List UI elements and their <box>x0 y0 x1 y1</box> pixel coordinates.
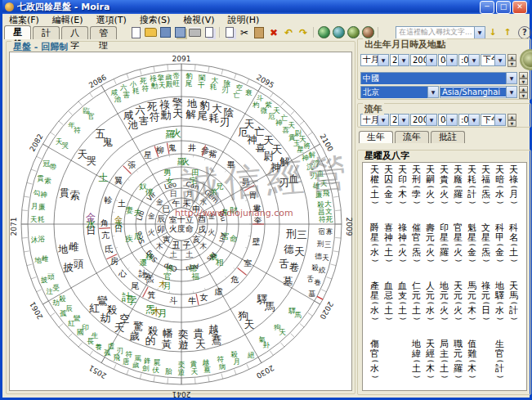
star-char: 甲 <box>495 233 504 243</box>
country-spinner[interactable]: ▲▼ <box>519 72 528 84</box>
star-cell: 生官(計) <box>493 339 507 391</box>
paste-icon[interactable] <box>252 26 266 38</box>
star-char: 福 <box>481 175 490 185</box>
svg-text:命: 命 <box>230 234 238 243</box>
star-char: 爵 <box>370 223 379 233</box>
chevron-down-icon[interactable]: ▼ <box>506 73 516 83</box>
svg-text:土: 土 <box>170 250 177 258</box>
liunian-month-select[interactable]: 十月▼ <box>360 114 389 126</box>
globe4-icon[interactable] <box>360 26 375 38</box>
globe1-icon[interactable] <box>316 26 331 38</box>
birth-day-select[interactable]: 27▼ <box>390 54 409 66</box>
chevron-down-icon[interactable]: ▼ <box>474 27 485 38</box>
stars-groupbox: 星曜及八字 天權(土)天囚(金)天印(木)天刑(孛)天嗣(火)天貴(火)天廕(羅… <box>357 150 531 395</box>
search-cluster: 在這裡輸入尋找文字... ▼ ↓ ↑ ? <box>392 25 531 39</box>
open-icon[interactable] <box>143 26 158 38</box>
city-select[interactable]: 北京 ▼ <box>360 86 439 98</box>
subtab-生年[interactable]: 生年 <box>359 131 393 143</box>
menu-item[interactable]: 檢視(V) <box>177 14 221 26</box>
birth-minute-select[interactable]: :04▼ <box>458 54 480 66</box>
liunian-hour-select[interactable]: 04▼ <box>438 114 458 126</box>
svg-text:貫: 貫 <box>60 187 70 199</box>
save-as-icon[interactable] <box>172 26 187 38</box>
chevron-down-icon[interactable]: ▼ <box>378 55 388 65</box>
delete-icon[interactable]: ✖ <box>266 26 281 38</box>
star-char: 值 <box>467 339 476 349</box>
star-char: 科 <box>509 223 518 233</box>
pillar-char: 火 <box>527 191 528 200</box>
save-icon[interactable] <box>158 26 172 38</box>
subtab-流年[interactable]: 流年 <box>395 131 429 143</box>
copy-icon[interactable] <box>222 26 237 38</box>
menu-bar: 檔案(F)編輯(E)選項(T)搜索(S)檢視(V)說明(H) <box>2 14 530 26</box>
star-element: 水 <box>495 190 504 200</box>
svg-text:耗: 耗 <box>38 215 45 223</box>
print-icon[interactable] <box>187 26 202 38</box>
svg-text:遊: 遊 <box>178 368 186 376</box>
close-button[interactable]: ✕ <box>512 1 527 14</box>
liunian-spinner[interactable]: ▲▼ <box>507 114 516 126</box>
search-input[interactable]: 在這裡輸入尋找文字... ▼ <box>396 26 485 39</box>
menu-item[interactable]: 檔案(F) <box>2 14 46 26</box>
birth-hour-select[interactable]: 04▼ <box>438 54 458 66</box>
liunian-day-select[interactable]: 27▼ <box>390 114 409 126</box>
city-spinner[interactable]: ▲▼ <box>519 86 528 98</box>
chevron-down-icon[interactable]: ▼ <box>494 115 505 125</box>
chevron-down-icon[interactable]: ▼ <box>426 115 436 125</box>
chevron-down-icon[interactable]: ▼ <box>398 55 409 65</box>
chevron-down-icon[interactable]: ▼ <box>398 115 409 125</box>
star-cell: 爵星(水) <box>368 223 382 279</box>
chevron-down-icon[interactable]: ▼ <box>378 115 388 125</box>
cut-icon[interactable]: ✂ <box>237 26 252 38</box>
redo-icon[interactable]: ↷ <box>296 26 311 38</box>
birth-spinner[interactable]: ▲▼ <box>507 54 516 66</box>
paren: ( <box>483 186 489 189</box>
birth-month-select[interactable]: 十月▼ <box>360 54 389 66</box>
chevron-down-icon[interactable]: ▼ <box>426 55 436 65</box>
svg-text:卯: 卯 <box>157 225 165 234</box>
print-preview-icon[interactable] <box>202 26 217 38</box>
birth-globe-button[interactable] <box>520 49 532 70</box>
chevron-down-icon[interactable]: ▼ <box>494 55 505 65</box>
svg-text:斗: 斗 <box>169 296 177 305</box>
help-icon[interactable]: ? <box>518 26 531 39</box>
tab-星盤[interactable]: 星盤 <box>4 25 31 39</box>
chevron-down-icon[interactable]: ▼ <box>506 87 516 97</box>
toolbar-separator <box>219 27 220 38</box>
new-icon[interactable] <box>128 26 143 38</box>
tab-計算[interactable]: 計算 <box>33 26 60 39</box>
menu-item[interactable]: 說明(H) <box>221 14 266 26</box>
chevron-down-icon[interactable]: ▼ <box>427 87 438 97</box>
find-prev-icon[interactable]: ↑ <box>500 26 515 38</box>
birth-ampm-select[interactable]: 下午▼ <box>481 54 506 66</box>
menu-item[interactable]: 搜索(S) <box>133 14 177 26</box>
svg-text:天: 天 <box>172 107 183 119</box>
menu-item[interactable]: 選項(T) <box>89 14 132 26</box>
liunian-minute-select[interactable]: :04▼ <box>458 114 480 126</box>
country-select[interactable]: 中國 ▼ <box>360 72 517 84</box>
star-cell: 天祿(月) <box>507 165 521 221</box>
chevron-down-icon[interactable]: ▼ <box>468 55 479 65</box>
minimize-button[interactable]: ─ <box>480 1 494 14</box>
star-element: 羅 <box>440 248 449 258</box>
menu-item[interactable]: 編輯(E) <box>46 14 90 26</box>
globe3-icon[interactable] <box>346 26 360 38</box>
birth-year-select[interactable]: 2009▼ <box>410 54 437 66</box>
star-char: 耗 <box>467 175 476 185</box>
svg-text:德: 德 <box>284 243 294 255</box>
chevron-down-icon[interactable]: ▼ <box>446 115 457 125</box>
chevron-down-icon[interactable]: ▼ <box>468 115 479 125</box>
tab-八字[interactable]: 八字 <box>61 26 88 39</box>
maximize-button[interactable]: □ <box>496 1 511 14</box>
subtab-批註[interactable]: 批註 <box>431 131 465 143</box>
star-element: 羅 <box>454 190 463 200</box>
star-char: 血 <box>398 281 407 291</box>
undo-icon[interactable]: ↶ <box>281 26 296 38</box>
liunian-year-select[interactable]: 2009▼ <box>410 114 437 126</box>
tab-管理[interactable]: 管理 <box>90 26 117 39</box>
liunian-ampm-select[interactable]: 下午▼ <box>481 114 506 126</box>
find-next-icon[interactable]: ↓ <box>485 26 500 38</box>
timezone-select[interactable]: Asia/Shanghai ▼ <box>440 86 517 98</box>
chevron-down-icon[interactable]: ▼ <box>446 55 457 65</box>
globe2-icon[interactable] <box>331 26 346 38</box>
